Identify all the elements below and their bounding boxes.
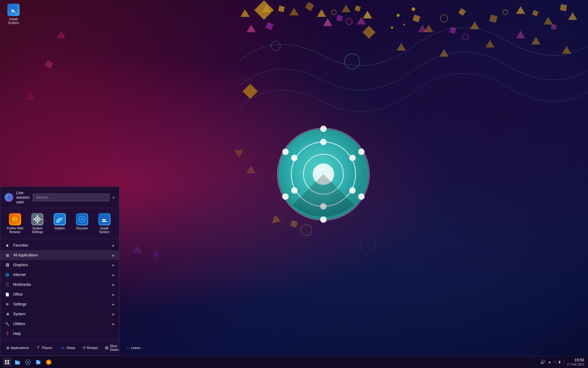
install-system-icon [7, 4, 20, 16]
shutdown-label: Shut Down [110, 344, 119, 351]
category-office[interactable]: 📄 Office ▶ [0, 289, 119, 299]
svg-marker-51 [133, 245, 143, 254]
svg-point-71 [349, 155, 356, 161]
svg-point-68 [282, 194, 288, 200]
dolphin-app-icon [54, 213, 66, 225]
category-all-applications[interactable]: ⊞ All Applications ▶ [0, 250, 119, 260]
restart-button[interactable]: ↺ Restart [80, 344, 101, 351]
favorites-label: Favorites [13, 243, 109, 247]
svg-marker-33 [544, 17, 553, 25]
category-settings[interactable]: ⚙ Settings ▶ [0, 299, 119, 309]
svg-marker-10 [247, 25, 256, 32]
svg-rect-8 [355, 6, 361, 12]
multimedia-label: Multimedia [13, 282, 109, 287]
install-app-icon [98, 213, 111, 225]
svg-rect-24 [413, 14, 420, 22]
system-arrow: ▶ [112, 312, 115, 316]
app-firefox[interactable]: Firefox Web Browser [5, 211, 26, 236]
multimedia-icon: 🎵 [5, 282, 10, 287]
taskbar-file-manager[interactable] [13, 358, 22, 367]
svg-point-30 [503, 10, 508, 15]
multimedia-arrow: ▶ [112, 283, 115, 286]
category-system[interactable]: 🖥 System ▶ [0, 309, 119, 319]
discover-app-icon [76, 213, 88, 225]
svg-rect-100 [5, 362, 7, 364]
system-tray: 🔊 ▲ □ ▮ [540, 359, 561, 364]
sleep-button[interactable]: 💤 Sleep [58, 344, 78, 351]
taskbar: 🔊 ▲ □ ▮ 19:56 17 Feb 2021 [0, 356, 588, 368]
firefox-label: Firefox Web Browser [6, 227, 24, 234]
all-apps-icon: ⊞ [5, 252, 10, 258]
utilities-arrow: ▶ [112, 322, 115, 326]
svg-point-55 [391, 26, 393, 29]
svg-rect-97 [102, 221, 107, 222]
tray-volume-icon[interactable]: 🔊 [540, 359, 545, 364]
utilities-icon: 🔧 [5, 321, 10, 327]
svg-point-75 [291, 155, 297, 161]
svg-marker-0 [240, 9, 250, 17]
applications-tab[interactable]: ⊞ Applications [3, 344, 32, 351]
firefox-app-icon [9, 213, 21, 225]
internet-label: Internet [13, 273, 109, 277]
category-favorites[interactable]: ★ Favorites ▶ [0, 240, 119, 250]
svg-marker-35 [568, 12, 577, 20]
svg-point-48 [301, 224, 312, 236]
tray-network-icon[interactable]: ▲ [548, 360, 552, 364]
search-input[interactable] [33, 194, 109, 201]
taskbar-clock[interactable]: 19:56 17 Feb 2021 [567, 358, 584, 367]
category-internet[interactable]: 🌐 Internet ▶ [0, 270, 119, 280]
svg-point-85 [36, 218, 38, 220]
svg-marker-31 [516, 6, 525, 14]
category-list: ★ Favorites ▶ ⊞ All Applications ▶ 🖼 Gra… [0, 239, 119, 340]
app-install-system[interactable]: Install System [94, 211, 115, 236]
places-tab[interactable]: 📍 Places [33, 344, 55, 351]
svg-marker-7 [341, 5, 351, 12]
taskbar-kde-icon[interactable] [23, 358, 32, 367]
svg-rect-29 [489, 15, 498, 23]
taskbar-files-icon[interactable] [34, 358, 43, 367]
svg-marker-37 [439, 49, 449, 57]
start-menu-footer: ⊞ Applications 📍 Places 💤 Sleep ↺ Restar… [0, 340, 119, 355]
taskbar-firefox-icon[interactable] [44, 358, 53, 367]
category-help[interactable]: ❓ Help [0, 329, 119, 339]
svg-rect-110 [37, 363, 39, 363]
app-dolphin[interactable]: Dolphin [49, 211, 70, 236]
search-icon[interactable]: ≡ [112, 195, 115, 200]
leave-icon: → [126, 346, 129, 350]
svg-rect-22 [45, 60, 53, 68]
app-discover[interactable]: Discover [71, 211, 92, 236]
svg-point-14 [346, 18, 352, 25]
desktop: Install System 👤 Live session user ≡ [0, 0, 588, 368]
taskbar-left [0, 358, 56, 367]
category-utilities[interactable]: 🔧 Utilities ▶ [0, 319, 119, 329]
install-label: Install System [95, 227, 114, 234]
svg-marker-23 [26, 92, 35, 100]
svg-rect-101 [7, 362, 9, 364]
category-graphics[interactable]: 🖼 Graphics ▶ [0, 260, 119, 270]
leave-button[interactable]: → Leave... [123, 344, 146, 351]
tray-battery-icon[interactable]: ▮ [559, 360, 561, 364]
cat-settings-arrow: ▶ [112, 303, 115, 306]
shutdown-icon: ⏻ [105, 346, 108, 350]
settings-label: System Settings [28, 227, 47, 234]
office-arrow: ▶ [112, 293, 115, 296]
taskbar-right: 🔊 ▲ □ ▮ 19:56 17 Feb 2021 [537, 358, 588, 367]
svg-point-69 [282, 149, 288, 155]
all-apps-arrow: ▶ [112, 254, 115, 257]
favorites-arrow: ▶ [112, 244, 115, 247]
svg-rect-99 [7, 360, 9, 362]
sleep-icon: 💤 [61, 346, 65, 350]
category-multimedia[interactable]: 🎵 Multimedia ▶ [0, 280, 119, 289]
svg-marker-5 [317, 9, 326, 17]
shutdown-button[interactable]: ⏻ Shut Down [102, 343, 122, 353]
svg-rect-91 [56, 221, 59, 223]
app-system-settings[interactable]: System Settings [27, 211, 48, 236]
tray-display-icon[interactable]: □ [554, 360, 556, 364]
install-system-desktop-icon[interactable]: Install System [2, 2, 24, 26]
svg-point-66 [358, 194, 364, 200]
svg-rect-13 [336, 15, 343, 21]
taskbar-apps-button[interactable] [2, 358, 12, 367]
start-menu-header: 👤 Live session user ≡ [0, 187, 119, 208]
leave-label: Leave... [131, 346, 143, 350]
graphics-label: Graphics [13, 263, 109, 267]
